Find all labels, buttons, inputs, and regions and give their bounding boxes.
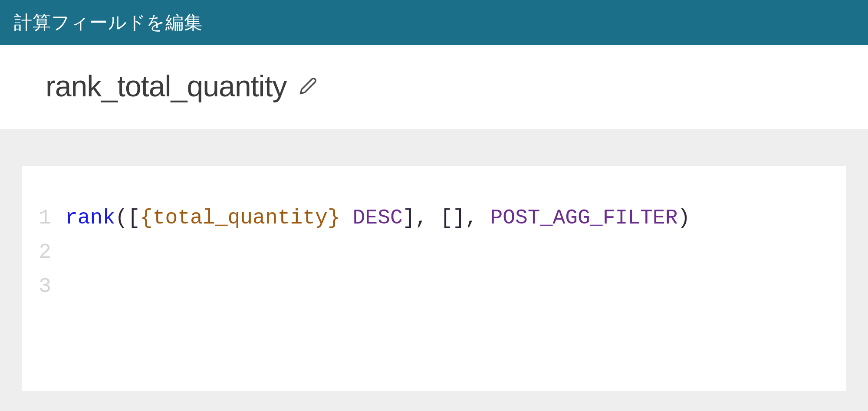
token-keyword: DESC [353, 206, 403, 230]
code-line: 3 [35, 270, 833, 304]
token-comma: , [415, 206, 441, 230]
token-bracket-open: [ [128, 206, 140, 230]
token-bracket-close: ] [453, 206, 465, 230]
calculated-field-name: rank_total_quantity [46, 69, 287, 103]
dialog-title: 計算フィールドを編集 [14, 12, 203, 33]
token-space [340, 206, 353, 230]
token-paren-open: ( [115, 206, 128, 230]
editor-container: 1 rank([{total_quantity} DESC], [], POST… [0, 129, 868, 391]
token-bracket-close: ] [403, 206, 415, 230]
token-bracket-open: [ [440, 206, 453, 230]
code-line: 1 rank([{total_quantity} DESC], [], POST… [35, 201, 833, 235]
field-name-section: rank_total_quantity [0, 45, 868, 129]
token-field-ref: {total_quantity} [140, 206, 340, 230]
token-paren-close: ) [677, 206, 690, 230]
dialog-header: 計算フィールドを編集 [0, 0, 868, 45]
token-keyword: POST_AGG_FILTER [490, 206, 677, 230]
token-comma: , [465, 206, 490, 230]
pencil-icon[interactable] [299, 77, 317, 95]
token-function: rank [65, 206, 115, 230]
code-editor[interactable]: 1 rank([{total_quantity} DESC], [], POST… [22, 166, 846, 391]
line-number: 1 [35, 201, 65, 235]
code-content[interactable]: rank([{total_quantity} DESC], [], POST_A… [65, 201, 690, 235]
line-number: 3 [35, 270, 65, 304]
code-line: 2 [35, 235, 833, 270]
line-number: 2 [35, 235, 65, 270]
